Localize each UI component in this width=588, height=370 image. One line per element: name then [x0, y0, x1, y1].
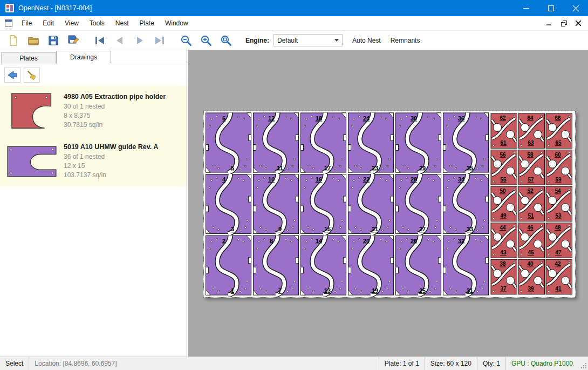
- mdi-minimize-icon[interactable]: [543, 18, 556, 29]
- plate-svg[interactable]: 6512111817242330293635431091615222128273…: [204, 111, 575, 297]
- new-document-button[interactable]: [3, 32, 23, 49]
- save-button[interactable]: [43, 32, 63, 49]
- close-button[interactable]: [563, 0, 588, 16]
- tab-plates[interactable]: Plates: [1, 52, 56, 64]
- nested-part-pair-guide[interactable]: 1413: [301, 236, 346, 295]
- nest-canvas[interactable]: 6512111817242330293635431091615222128273…: [188, 50, 588, 356]
- part-number: 2: [222, 238, 225, 244]
- part-number: 49: [500, 213, 507, 219]
- menu-file[interactable]: File: [16, 16, 37, 30]
- part-number: 32: [458, 238, 464, 244]
- minimize-button[interactable]: [514, 0, 538, 16]
- nested-part-pair-guide[interactable]: 3635: [443, 113, 489, 173]
- part-number: 48: [555, 225, 561, 231]
- engine-dropdown[interactable]: Default: [274, 34, 343, 46]
- nested-part-pair-guide[interactable]: 3433: [443, 174, 489, 234]
- nested-part-pair-guide[interactable]: 2019: [348, 236, 394, 295]
- nested-part-pair-guide[interactable]: 43: [206, 174, 251, 234]
- menu-nest[interactable]: Nest: [110, 16, 134, 30]
- next-plate-button[interactable]: [129, 32, 149, 49]
- nested-part-pair-holder[interactable]: 4645: [518, 223, 545, 258]
- zoom-in-button[interactable]: [196, 32, 216, 49]
- status-right-group: Plate: 1 of 1 Size: 60 x 120 Qty: 1 GPU …: [379, 357, 588, 370]
- zoom-fit-button[interactable]: [216, 32, 236, 49]
- status-size: Size: 60 x 120: [425, 357, 477, 370]
- nested-part-pair-holder[interactable]: 6463: [518, 113, 545, 149]
- nested-part-pair-guide[interactable]: 1211: [254, 113, 299, 173]
- back-arrow-button[interactable]: [4, 68, 20, 83]
- nested-part-pair-holder[interactable]: 5655: [491, 150, 517, 185]
- menu-plate[interactable]: Plate: [134, 16, 160, 30]
- remnants-button[interactable]: Remnants: [391, 37, 420, 44]
- engine-selected-value: Default: [277, 37, 334, 44]
- part-number: 44: [500, 225, 506, 231]
- part-number: 19: [372, 287, 378, 294]
- drawing-item-holder[interactable]: 4980 A05 Extraction pipe holder 30 of 1 …: [0, 86, 187, 136]
- nested-part-pair-guide[interactable]: 2423: [348, 113, 394, 173]
- nested-part-pair-guide[interactable]: 21: [206, 236, 251, 295]
- tab-drawings[interactable]: Drawings: [56, 51, 111, 64]
- drawing-item-guide[interactable]: 5019 A10 UHMW guide Rev. A 36 of 1 neste…: [0, 136, 187, 186]
- mdi-close-icon[interactable]: [572, 18, 585, 29]
- nested-part-pair-holder[interactable]: 6059: [546, 150, 572, 185]
- plate[interactable]: 6512111817242330293635431091615222128273…: [203, 111, 576, 298]
- nested-part-pair-holder[interactable]: 6665: [546, 113, 572, 149]
- save-as-button[interactable]: [63, 32, 83, 49]
- part-number: 9: [278, 226, 282, 232]
- nested-part-pair-guide[interactable]: 87: [254, 236, 299, 295]
- nested-part-pair-holder[interactable]: 5453: [546, 186, 572, 221]
- nested-part-pair-holder[interactable]: 4443: [491, 223, 517, 258]
- menu-tools[interactable]: Tools: [84, 16, 110, 30]
- mdi-window-controls: [543, 18, 588, 29]
- part-number: 35: [467, 165, 473, 171]
- part-number: 45: [528, 250, 534, 255]
- broom-button[interactable]: [24, 68, 40, 83]
- nested-part-pair-guide[interactable]: 1817: [301, 113, 346, 173]
- part-number: 65: [555, 140, 562, 146]
- menu-view[interactable]: View: [59, 16, 84, 30]
- part-number: 46: [527, 225, 534, 231]
- part-number: 27: [419, 226, 426, 232]
- part-number: 10: [268, 176, 275, 183]
- zoom-out-button[interactable]: [176, 32, 196, 49]
- window-title: OpenNest - [N0317-004]: [18, 4, 92, 12]
- nested-part-pair-holder[interactable]: 5049: [491, 186, 517, 221]
- part-number: 3: [231, 226, 234, 232]
- nested-part-pair-guide[interactable]: 1615: [301, 174, 346, 234]
- part-number: 26: [411, 238, 417, 244]
- sidebar-tabs: Plates Drawings: [0, 50, 187, 64]
- part-number: 42: [555, 261, 561, 267]
- nested-part-pair-guide[interactable]: 2625: [396, 236, 441, 295]
- resize-grip[interactable]: [578, 357, 588, 370]
- part-number: 21: [372, 226, 378, 232]
- nested-part-pair-holder[interactable]: 4039: [518, 259, 545, 294]
- nested-part-pair-holder[interactable]: 6261: [491, 113, 517, 149]
- nested-part-pair-holder[interactable]: 5251: [518, 186, 545, 221]
- nested-part-pair-guide[interactable]: 2221: [348, 174, 394, 234]
- menu-edit[interactable]: Edit: [37, 16, 59, 30]
- nested-part-pair-guide[interactable]: 65: [206, 113, 251, 173]
- part-number: 15: [324, 226, 331, 232]
- drawings-toolbar: [0, 64, 187, 86]
- part-number: 50: [500, 188, 506, 194]
- open-folder-button[interactable]: [23, 32, 43, 49]
- auto-nest-button[interactable]: Auto Nest: [352, 37, 381, 44]
- drawing-area: 103.7137 sq/in: [64, 171, 158, 179]
- maximize-button[interactable]: [538, 0, 563, 16]
- nested-part-pair-guide[interactable]: 3029: [396, 113, 441, 173]
- mdi-restore-icon[interactable]: [557, 18, 570, 29]
- nested-part-pair-guide[interactable]: 3231: [443, 236, 489, 295]
- nested-part-pair-holder[interactable]: 4241: [546, 259, 572, 294]
- chevron-down-icon: [334, 39, 339, 42]
- last-plate-button[interactable]: [149, 32, 169, 49]
- previous-plate-button[interactable]: [110, 32, 129, 49]
- nested-part-pair-holder[interactable]: 3837: [491, 259, 517, 294]
- first-plate-button[interactable]: [90, 32, 110, 49]
- part-number: 24: [363, 115, 370, 122]
- part-number: 25: [419, 287, 426, 294]
- nested-part-pair-holder[interactable]: 4847: [546, 223, 572, 258]
- menu-window[interactable]: Window: [160, 16, 194, 30]
- nested-part-pair-guide[interactable]: 2827: [396, 174, 441, 234]
- nested-part-pair-guide[interactable]: 109: [254, 174, 299, 234]
- nested-part-pair-holder[interactable]: 5857: [518, 150, 545, 185]
